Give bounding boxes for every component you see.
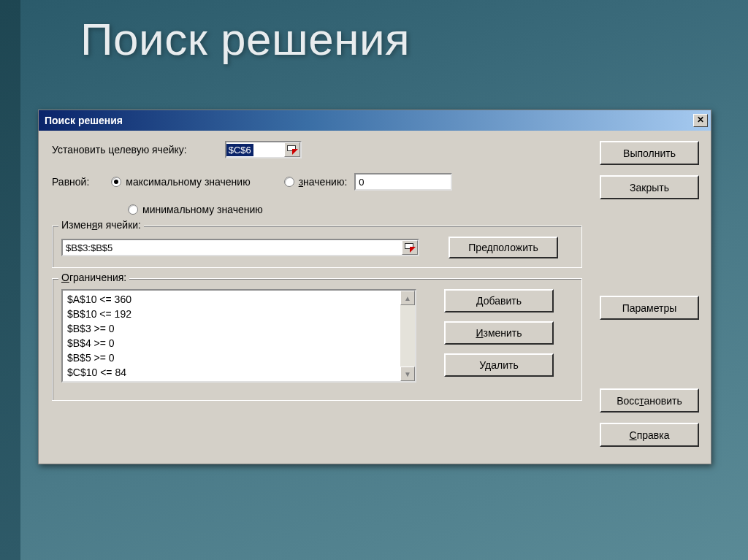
dialog-body: Установить целевую ячейку: $C$6 Равной: … [39,131,711,464]
slide-accent [0,0,20,560]
value-input-wrap [354,173,452,191]
reset-button[interactable]: Восстановить [600,388,699,413]
scrollbar[interactable]: ▲ ▼ [400,291,415,381]
list-item[interactable]: $B$10 <= 192 [67,307,396,321]
list-item[interactable]: $B$3 >= 0 [67,321,396,336]
constraints-legend: Ограничения: [58,272,129,283]
changing-cells-input[interactable] [63,240,400,255]
constraints-listbox[interactable]: $A$10 <= 360 $B$10 <= 192 $B$3 >= 0 $B$4… [61,289,416,383]
changing-cells-legend: Изменяя ячейки: [58,219,144,231]
constraints-list: $A$10 <= 360 $B$10 <= 192 $B$3 >= 0 $B$4… [63,291,400,381]
dialog-title: Поиск решения [45,115,123,126]
target-cell-input[interactable]: $C$6 [226,144,253,156]
radio-min-label: минимальному значению [142,204,263,215]
ref-picker-icon[interactable] [284,142,300,157]
guess-button[interactable]: Предположить [449,237,558,258]
radio-value[interactable] [284,177,294,187]
add-button[interactable]: Добавить [444,289,554,312]
radio-value-label: значению: [299,176,348,188]
delete-button[interactable]: Удалить [444,353,554,377]
changing-cells-wrap [61,239,419,256]
target-cell-label: Установить целевую ячейку: [52,144,187,156]
radio-max-label: максимальному значению [126,176,250,188]
change-button[interactable]: Изменить [444,321,554,345]
radio-min[interactable] [128,204,138,215]
ref-picker-icon[interactable] [402,240,418,255]
radio-max[interactable] [111,177,121,187]
titlebar: Поиск решения ✕ [39,110,711,131]
params-button[interactable]: Параметры [600,296,699,320]
close-button[interactable]: Закрыть [600,175,699,199]
help-button[interactable]: Справка [600,423,699,447]
constraints-group: Ограничения: $A$10 <= 360 $B$10 <= 192 $… [52,278,582,401]
right-button-column: Выполнить Закрыть Параметры Восстановить… [600,141,699,452]
list-item[interactable]: $B$5 >= 0 [67,350,396,365]
changing-cells-group: Изменяя ячейки: Предположить [52,226,582,268]
solver-dialog: Поиск решения ✕ Установить целевую ячейк… [38,110,711,464]
run-button[interactable]: Выполнить [600,141,699,165]
target-cell-input-wrap: $C$6 [225,141,302,158]
slide-title: Поиск решения [80,13,410,65]
list-item[interactable]: $A$10 <= 360 [67,292,396,307]
list-item[interactable]: $B$4 >= 0 [67,336,396,350]
list-item[interactable]: $C$10 <= 84 [67,365,396,380]
value-input[interactable] [356,174,451,189]
close-icon[interactable]: ✕ [693,114,708,127]
scroll-down-icon[interactable]: ▼ [400,367,415,381]
equal-to-label: Равной: [52,176,89,188]
scroll-up-icon[interactable]: ▲ [400,291,415,305]
